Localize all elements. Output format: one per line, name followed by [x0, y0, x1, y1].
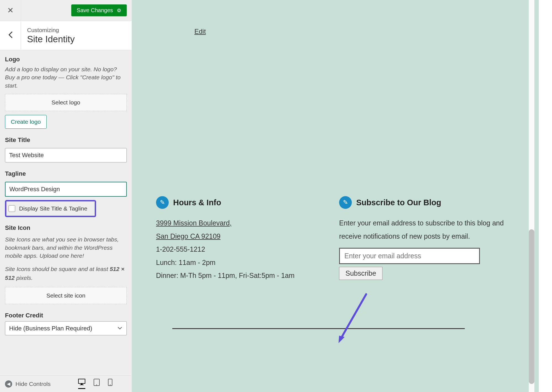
svg-rect-1	[81, 383, 83, 385]
subscribe-widget-header: ✎ Subscribe to Our Blog	[339, 196, 511, 209]
subscribe-widget-title: Subscribe to Our Blog	[356, 198, 441, 207]
save-changes-button[interactable]: Save Changes ⚙	[71, 4, 127, 16]
hide-controls-label: Hide Controls	[15, 381, 51, 387]
tagline-section: Tagline	[5, 170, 127, 197]
address-line1[interactable]: 3999 Mission Boulevard,	[156, 219, 232, 227]
site-icon-desc2-post: pixels.	[15, 275, 33, 281]
tagline-input[interactable]	[5, 182, 127, 197]
logo-section: Logo Add a logo to display on your site.…	[5, 56, 127, 129]
display-title-tagline-checkbox[interactable]	[9, 205, 15, 212]
customizer-sidebar: ✕ Save Changes ⚙ Customizing Site Identi…	[0, 0, 132, 392]
pencil-icon[interactable]: ✎	[339, 196, 352, 209]
tagline-label: Tagline	[5, 170, 127, 177]
phone-number: 1-202-555-1212	[156, 243, 328, 256]
device-switcher	[78, 379, 112, 389]
create-logo-button[interactable]: Create logo	[5, 115, 47, 129]
select-site-icon-button[interactable]: Select site icon	[5, 287, 127, 304]
header-text: Customizing Site Identity	[21, 27, 75, 44]
hours-widget-body: 3999 Mission Boulevard, San Diego CA 921…	[156, 217, 328, 282]
subscribe-widget: ✎ Subscribe to Our Blog Enter your email…	[339, 196, 511, 282]
logo-desc: Add a logo to display on your site. No l…	[5, 65, 127, 90]
preview-pane: Edit ✎ Hours & Info 3999 Mission Bouleva…	[132, 0, 539, 392]
section-title: Site Identity	[27, 34, 75, 44]
address-line2[interactable]: San Diego CA 92109	[156, 232, 221, 240]
svg-rect-0	[78, 379, 85, 383]
scrollbar-thumb[interactable]	[529, 229, 534, 384]
footer-credit-label: Footer Credit	[5, 312, 127, 319]
site-icon-desc2: Site Icons should be square and at least…	[5, 265, 127, 282]
sidebar-content: Logo Add a logo to display on your site.…	[0, 50, 132, 375]
pencil-icon[interactable]: ✎	[156, 196, 169, 209]
sidebar-top-bar: ✕ Save Changes ⚙	[0, 0, 132, 21]
app-root: ✕ Save Changes ⚙ Customizing Site Identi…	[0, 0, 552, 392]
horizontal-divider	[172, 328, 465, 329]
subscribe-widget-body: Enter your email address to subscribe to…	[339, 217, 511, 280]
site-icon-desc1: Site Icons are what you see in browser t…	[5, 235, 127, 260]
site-icon-desc2-pre: Site Icons should be square and at least	[5, 266, 110, 272]
site-title-section: Site Title	[5, 136, 127, 162]
gear-icon: ⚙	[117, 7, 121, 14]
desktop-icon[interactable]	[78, 379, 85, 389]
footer-credit-select[interactable]: Hide (Business Plan Required)	[5, 321, 127, 335]
site-title-label: Site Title	[5, 136, 127, 144]
logo-label: Logo	[5, 56, 127, 63]
hide-controls-button[interactable]: ◀ Hide Controls	[5, 380, 51, 388]
select-logo-button[interactable]: Select logo	[5, 94, 127, 111]
email-input[interactable]	[339, 248, 480, 264]
right-strip	[539, 0, 552, 392]
arrow-annotation	[336, 293, 369, 346]
save-button-label: Save Changes	[77, 7, 113, 14]
site-title-input[interactable]	[5, 148, 127, 162]
display-title-tagline-row[interactable]: Display Site Title & Tagline	[5, 200, 96, 217]
subscribe-desc: Enter your email address to subscribe to…	[339, 217, 511, 243]
preview-scrollbar[interactable]	[529, 0, 534, 392]
edit-link[interactable]: Edit	[194, 28, 206, 35]
mobile-icon[interactable]	[108, 379, 112, 389]
sidebar-footer: ◀ Hide Controls	[0, 375, 132, 392]
collapse-left-icon: ◀	[5, 380, 12, 388]
footer-credit-section: Footer Credit Hide (Business Plan Requir…	[5, 312, 127, 335]
hours-info-widget: ✎ Hours & Info 3999 Mission Boulevard, S…	[156, 196, 328, 282]
svg-line-7	[340, 294, 366, 339]
back-button[interactable]	[0, 21, 21, 50]
lunch-hours: Lunch: 11am - 2pm	[156, 256, 328, 269]
close-button[interactable]: ✕	[0, 0, 21, 21]
svg-rect-2	[80, 385, 84, 385]
hours-widget-header: ✎ Hours & Info	[156, 196, 328, 209]
preview-widgets: ✎ Hours & Info 3999 Mission Boulevard, S…	[156, 196, 511, 282]
sidebar-header: Customizing Site Identity	[0, 21, 132, 50]
display-title-tagline-label: Display Site Title & Tagline	[19, 205, 87, 212]
dinner-hours: Dinner: M-Th 5pm - 11pm, Fri-Sat:5pm - 1…	[156, 269, 328, 282]
hours-widget-title: Hours & Info	[173, 198, 221, 207]
site-icon-section: Site Icon Site Icons are what you see in…	[5, 224, 127, 304]
tablet-icon[interactable]	[94, 379, 100, 389]
svg-point-6	[110, 385, 111, 385]
footer-credit-select-wrapper: Hide (Business Plan Required)	[5, 321, 127, 335]
chevron-left-icon	[8, 31, 13, 40]
svg-marker-8	[339, 336, 345, 343]
subscribe-button[interactable]: Subscribe	[339, 267, 382, 280]
close-icon: ✕	[7, 6, 14, 15]
site-icon-label: Site Icon	[5, 224, 127, 231]
svg-point-4	[96, 385, 97, 385]
customizing-label: Customizing	[27, 27, 75, 33]
